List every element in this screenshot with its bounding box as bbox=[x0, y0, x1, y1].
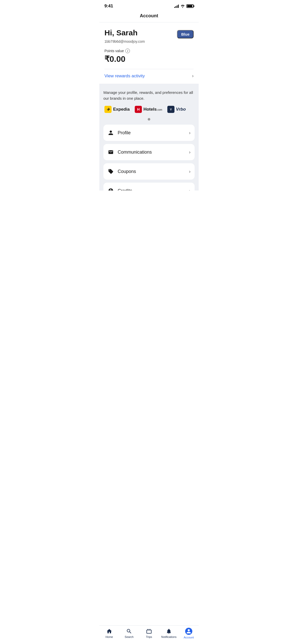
page-title: Account bbox=[140, 13, 158, 18]
credits-menu-left: Credits bbox=[107, 187, 132, 191]
communications-chevron-icon: › bbox=[189, 150, 191, 155]
user-greeting-row: Hi, Sarah Blue bbox=[104, 28, 194, 38]
wifi-icon bbox=[180, 4, 185, 8]
profile-label: Profile bbox=[118, 130, 131, 136]
communications-menu-item[interactable]: Communications › bbox=[103, 144, 195, 160]
brands-section: Manage your profile, rewards, and prefer… bbox=[99, 84, 199, 191]
vrbo-brand: V Vrbo bbox=[167, 106, 186, 113]
profile-menu-item[interactable]: Profile › bbox=[103, 125, 195, 141]
signal-icon bbox=[174, 4, 179, 8]
status-bar: 9:41 bbox=[99, 0, 199, 11]
hotels-logo-icon: H bbox=[135, 106, 142, 113]
battery-icon bbox=[186, 4, 194, 8]
dollar-circle-icon bbox=[107, 187, 114, 191]
view-rewards-link[interactable]: View rewards activity › bbox=[104, 69, 194, 79]
vrbo-logo-icon: V bbox=[167, 106, 174, 113]
communications-label: Communications bbox=[118, 150, 152, 155]
brands-row: ✈ Expedia H Hotels.com V Vrbo bbox=[103, 106, 195, 113]
coupons-menu-item[interactable]: Coupons › bbox=[103, 163, 195, 180]
user-section: Hi, Sarah Blue 1bb79b6d@moodjoy.com Poin… bbox=[99, 22, 199, 84]
profile-chevron-icon: › bbox=[189, 130, 191, 136]
mail-icon bbox=[107, 149, 114, 155]
chevron-right-icon: › bbox=[192, 73, 194, 79]
tier-badge[interactable]: Blue bbox=[177, 30, 194, 38]
user-email: 1bb79b6d@moodjoy.com bbox=[104, 39, 194, 43]
expedia-brand: ✈ Expedia bbox=[104, 106, 130, 113]
scroll-indicator-dot bbox=[148, 118, 150, 121]
points-info-icon[interactable]: i bbox=[125, 49, 130, 53]
status-time: 9:41 bbox=[104, 4, 113, 9]
user-greeting: Hi, Sarah bbox=[104, 28, 138, 37]
hotels-brand: H Hotels.com bbox=[135, 106, 162, 113]
points-label-row: Points value i bbox=[104, 49, 194, 53]
person-icon bbox=[107, 129, 114, 136]
credits-chevron-icon: › bbox=[189, 188, 191, 191]
credits-menu-item[interactable]: Credits › bbox=[103, 183, 195, 191]
points-value: ₹0.00 bbox=[104, 54, 194, 64]
coupon-icon bbox=[107, 168, 114, 175]
communications-menu-left: Communications bbox=[107, 149, 152, 155]
rewards-link-text: View rewards activity bbox=[104, 74, 145, 79]
vrbo-label: Vrbo bbox=[176, 107, 186, 112]
brands-description: Manage your profile, rewards, and prefer… bbox=[103, 90, 195, 101]
coupons-menu-left: Coupons bbox=[107, 168, 136, 175]
points-label-text: Points value bbox=[104, 49, 124, 53]
page-header: Account bbox=[99, 11, 199, 22]
profile-menu-left: Profile bbox=[107, 129, 131, 136]
expedia-label: Expedia bbox=[113, 107, 130, 112]
expedia-logo-icon: ✈ bbox=[104, 106, 112, 113]
status-icons bbox=[174, 4, 194, 8]
hotels-label: Hotels.com bbox=[143, 107, 162, 112]
coupons-label: Coupons bbox=[118, 169, 136, 174]
credits-label: Credits bbox=[118, 188, 132, 191]
coupons-chevron-icon: › bbox=[189, 169, 191, 174]
main-scroll-area: Hi, Sarah Blue 1bb79b6d@moodjoy.com Poin… bbox=[99, 22, 199, 191]
